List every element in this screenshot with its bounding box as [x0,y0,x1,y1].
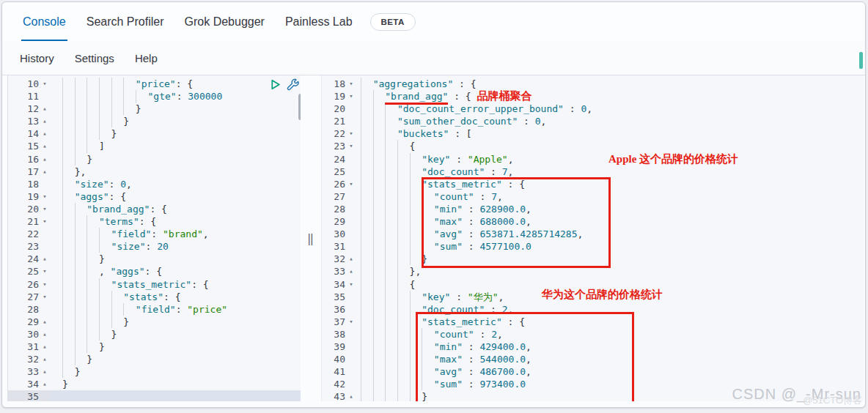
send-request-button[interactable] [269,78,282,91]
code-line: 30"avg" : 653871.4285714285, [322,228,864,240]
tab-grok-debugger[interactable]: Grok Debugger [174,2,275,41]
fold-toggle-icon[interactable]: ▴ [39,140,51,152]
fold-spacer [345,165,357,178]
tab-painless-lab[interactable]: Painless Lab [275,2,363,41]
fold-toggle-icon[interactable]: ▴ [345,265,357,278]
fold-toggle-icon[interactable]: ▴ [39,103,51,115]
fold-toggle-icon[interactable]: ▾ [39,215,51,228]
fold-spacer [345,353,357,365]
code-line: 22▾"buckets" : [ [322,127,864,140]
fold-toggle-icon[interactable]: ▾ [345,316,357,328]
fold-toggle-icon[interactable]: ▾ [345,127,357,140]
fold-spacer [345,378,357,390]
gutter-line-number: 33 [322,265,345,278]
gutter-line-number: 29 [322,215,345,228]
fold-toggle-icon[interactable]: ▾ [345,178,357,190]
code-line: 14▴} [8,127,301,140]
tab-console[interactable]: Console [12,2,76,41]
gutter-line-number: 13 [8,115,39,127]
gutter-line-number: 41 [322,365,345,378]
gutter-line-number: 22 [8,228,39,240]
fold-toggle-icon[interactable]: ▴ [39,353,51,365]
gutter-line-number: 38 [322,328,345,341]
gutter-line-number: 32 [322,253,345,265]
fold-spacer [39,178,51,190]
fold-toggle-icon[interactable]: ▾ [39,278,51,291]
fold-toggle-icon[interactable]: ▾ [39,203,51,215]
fold-spacer [345,341,357,353]
menu-item-settings[interactable]: Settings [75,52,114,64]
fold-toggle-icon[interactable]: ▴ [345,253,357,265]
menu-item-help[interactable]: Help [135,52,158,64]
code-line: 13▴} [8,115,301,127]
gutter-line-number: 12 [8,103,39,115]
fold-toggle-icon[interactable]: ▴ [39,365,51,378]
code-line: 16▴} [8,153,301,165]
fold-spacer [345,203,357,215]
gutter-line-number: 33 [8,365,39,378]
fold-spacer [39,228,51,240]
code-line: 34▴} [8,378,301,390]
gutter-line-number: 15 [8,140,39,152]
request-editor-pane[interactable]: 10▾"price": {11"gte": 30000012▴}13▴}14▴}… [8,75,301,401]
annotation-note: Apple 这个品牌的价格统计 [608,152,738,166]
gutter-line-number: 20 [8,203,39,215]
fold-spacer [345,328,357,341]
code-line: 21▾"terms": { [8,215,301,228]
pane-divider[interactable]: ‖ [301,75,321,401]
code-line: 11"gte": 300000 [8,90,301,103]
fold-toggle-icon[interactable]: ▾ [39,291,51,303]
gutter-line-number: 26 [322,178,345,190]
console-editor: 10▾"price": {11"gte": 30000012▴}13▴}14▴}… [7,75,864,401]
gutter-line-number: 22 [322,127,345,140]
app-frame: ConsoleSearch ProfilerGrok DebuggerPainl… [1,1,866,408]
gutter-line-number: 28 [8,303,39,316]
menu-item-history[interactable]: History [20,52,54,64]
gutter-line-number: 37 [322,316,345,328]
fold-toggle-icon[interactable]: ▾ [39,265,51,278]
fold-toggle-icon[interactable]: ▴ [39,378,51,390]
gutter-line-number: 17 [8,165,39,178]
fold-toggle-icon[interactable]: ▴ [39,253,51,265]
fold-toggle-icon[interactable]: ▴ [39,165,51,178]
gutter-line-number: 21 [322,115,345,127]
fold-toggle-icon[interactable]: ▾ [39,190,51,203]
code-line: 17▴}, [8,165,301,178]
gutter-line-number: 16 [8,153,39,165]
fold-toggle-icon[interactable]: ▴ [39,328,51,341]
fold-toggle-icon[interactable]: ▾ [345,278,357,291]
fold-toggle-icon[interactable]: ▴ [39,115,51,127]
gutter-line-number: 32 [8,353,39,365]
fold-spacer [345,153,357,165]
fold-toggle-icon[interactable]: ▴ [39,127,51,140]
fold-spacer [345,115,357,127]
response-code-lines: 18▾"aggregations" : {19▾"brand_agg" : { … [322,78,864,401]
gutter-line-number: 31 [8,341,39,353]
fold-spacer [345,190,357,203]
gutter-line-number: 29 [8,316,39,328]
gutter-line-number: 23 [8,240,39,253]
fold-toggle-icon[interactable]: ▾ [345,140,357,152]
gutter-line-number: 18 [322,78,345,90]
gutter-line-number: 14 [8,127,39,140]
fold-toggle-icon[interactable]: ▴ [345,390,357,401]
fold-toggle-icon[interactable]: ▴ [39,316,51,328]
gutter-line-number: 19 [8,190,39,203]
fold-toggle-icon[interactable]: ▾ [345,78,357,90]
code-line: 26▾"stats_metric": { [8,278,301,291]
response-editor-pane[interactable]: 18▾"aggregations" : {19▾"brand_agg" : { … [321,75,864,401]
fold-spacer [345,103,357,115]
gutter-line-number: 27 [322,190,345,203]
code-line: 10▾"price": { [8,78,301,90]
code-line: 20▾"brand_agg": { [8,203,301,215]
wrench-button[interactable] [287,78,299,91]
fold-toggle-icon[interactable]: ▾ [39,78,51,90]
code-line: 20"doc_count_error_upper_bound" : 0, [322,103,864,115]
gutter-line-number: 21 [8,215,39,228]
fold-toggle-icon[interactable]: ▴ [39,341,51,353]
fold-toggle-icon[interactable]: ▾ [345,90,357,103]
tab-search-profiler[interactable]: Search Profiler [76,2,174,41]
gutter-line-number: 26 [8,278,39,291]
fold-toggle-icon[interactable]: ▴ [39,153,51,165]
gutter-line-number: 30 [322,228,345,240]
